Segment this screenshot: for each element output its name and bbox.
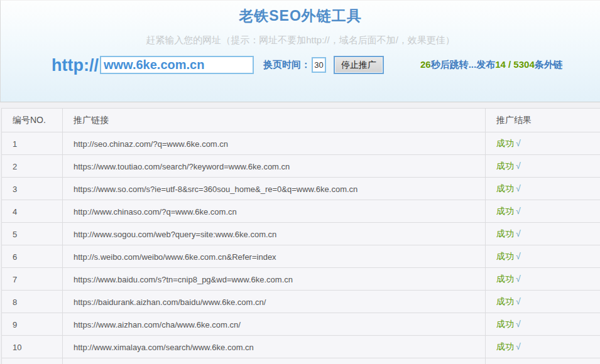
check-icon: √ xyxy=(516,319,521,329)
table-row: 3 https://www.so.com/s?ie=utf-8&src=360s… xyxy=(2,178,600,200)
countdown-seconds: 26 xyxy=(420,59,431,70)
input-hint-text: 赶紧输入您的网址（提示：网址不要加http://，域名后面不加/，效果更佳） xyxy=(1,35,600,46)
page-title: 老铁SEO外链工具 xyxy=(1,1,600,26)
row-number: 11 xyxy=(2,358,63,364)
row-result: 成功√ xyxy=(486,200,600,223)
row-result: 成功√ xyxy=(486,245,600,268)
row-number: 4 xyxy=(2,200,63,223)
row-result: 成功√ xyxy=(486,358,600,364)
protocol-label: http:// xyxy=(52,56,99,74)
success-label: 成功 xyxy=(496,319,514,329)
row-result: 成功√ xyxy=(486,223,600,245)
table-header-row: 编号NO. 推广链接 推广结果 xyxy=(2,109,600,132)
table-row: 10 http://www.ximalaya.com/search/www.6k… xyxy=(2,336,600,358)
success-label: 成功 xyxy=(496,138,514,148)
row-number: 1 xyxy=(2,132,63,155)
table-row: 11 http://vliangle.com/nba/s_www.6ke.com… xyxy=(2,358,600,364)
check-icon: √ xyxy=(516,138,521,148)
column-header-no: 编号NO. xyxy=(2,109,63,132)
success-label: 成功 xyxy=(496,274,514,284)
row-url: http://seo.chinaz.com/?q=www.6ke.com.cn xyxy=(63,132,486,155)
check-icon: √ xyxy=(516,161,521,171)
row-number: 9 xyxy=(2,313,63,336)
row-result: 成功√ xyxy=(486,132,600,155)
check-icon: √ xyxy=(516,228,521,238)
row-result: 成功√ xyxy=(486,336,600,358)
header-panel: 老铁SEO外链工具 赶紧输入您的网址（提示：网址不要加http://，域名后面不… xyxy=(0,0,600,102)
table-row: 4 http://www.chinaso.com/?q=www.6ke.com.… xyxy=(2,200,600,223)
table-row: 6 http://s.weibo.com/weibo/www.6ke.com.c… xyxy=(2,245,600,268)
success-label: 成功 xyxy=(496,296,514,306)
success-label: 成功 xyxy=(496,251,514,261)
table-row: 8 https://baidurank.aizhan.com/baidu/www… xyxy=(2,291,600,313)
column-header-url: 推广链接 xyxy=(63,109,486,132)
check-icon: √ xyxy=(516,206,521,216)
success-label: 成功 xyxy=(496,206,514,216)
row-result: 成功√ xyxy=(486,313,600,336)
row-result: 成功√ xyxy=(486,268,600,291)
check-icon: √ xyxy=(516,183,521,193)
table-row: 7 https://www.baidu.com/s?tn=cnip8_pg&wd… xyxy=(2,268,600,291)
row-url: http://s.weibo.com/weibo/www.6ke.com.cn&… xyxy=(63,245,486,268)
row-number: 3 xyxy=(2,178,63,200)
column-header-result: 推广结果 xyxy=(486,109,600,132)
countdown-suffix: 条外链 xyxy=(535,59,563,70)
row-url: https://baidurank.aizhan.com/baidu/www.6… xyxy=(63,291,486,313)
row-url: http://www.ximalaya.com/search/www.6ke.c… xyxy=(63,336,486,358)
table-body: 1 http://seo.chinaz.com/?q=www.6ke.com.c… xyxy=(2,132,600,364)
table-row: 2 https://www.toutiao.com/search/?keywor… xyxy=(2,155,600,178)
success-label: 成功 xyxy=(496,341,514,351)
success-label: 成功 xyxy=(496,183,514,193)
row-number: 8 xyxy=(2,291,63,313)
row-url: http://vliangle.com/nba/s_www.6ke.com.cn xyxy=(63,358,486,364)
table-row: 5 http://www.sogou.com/web?query=site:ww… xyxy=(2,223,600,245)
interval-label: 换页时间： xyxy=(263,59,310,71)
row-number: 6 xyxy=(2,245,63,268)
countdown-progress: 14 / 5304 xyxy=(495,59,535,70)
stop-promotion-button[interactable]: 停止推广 xyxy=(334,56,384,74)
check-icon: √ xyxy=(516,251,521,261)
row-result: 成功√ xyxy=(486,291,600,313)
check-icon: √ xyxy=(516,296,521,306)
row-result: 成功√ xyxy=(486,155,600,178)
control-bar: http:// 换页时间： 停止推广 26秒后跳转...发布14 / 5304条… xyxy=(1,56,600,74)
row-url: https://www.baidu.com/s?tn=cnip8_pg&wd=w… xyxy=(63,268,486,291)
url-input[interactable] xyxy=(100,56,254,74)
table-row: 1 http://seo.chinaz.com/?q=www.6ke.com.c… xyxy=(2,132,600,155)
row-number: 10 xyxy=(2,336,63,358)
row-number: 5 xyxy=(2,223,63,245)
row-url: http://www.chinaso.com/?q=www.6ke.com.cn xyxy=(63,200,486,223)
check-icon: √ xyxy=(516,341,521,351)
row-number: 2 xyxy=(2,155,63,178)
row-url: https://www.toutiao.com/search/?keyword=… xyxy=(63,155,486,178)
row-url: https://www.so.com/s?ie=utf-8&src=360sou… xyxy=(63,178,486,200)
success-label: 成功 xyxy=(496,228,514,238)
row-result: 成功√ xyxy=(486,178,600,200)
row-url: https://www.aizhan.com/cha/www.6ke.com.c… xyxy=(63,313,486,336)
interval-input[interactable] xyxy=(312,57,326,73)
countdown-text: 秒后跳转...发布 xyxy=(431,59,496,70)
results-table: 编号NO. 推广链接 推广结果 1 http://seo.chinaz.com/… xyxy=(1,108,600,364)
row-number: 7 xyxy=(2,268,63,291)
table-row: 9 https://www.aizhan.com/cha/www.6ke.com… xyxy=(2,313,600,336)
success-label: 成功 xyxy=(496,161,514,171)
row-url: http://www.sogou.com/web?query=site:www.… xyxy=(63,223,486,245)
countdown-status: 26秒后跳转...发布14 / 5304条外链 xyxy=(420,59,563,71)
check-icon: √ xyxy=(516,274,521,284)
